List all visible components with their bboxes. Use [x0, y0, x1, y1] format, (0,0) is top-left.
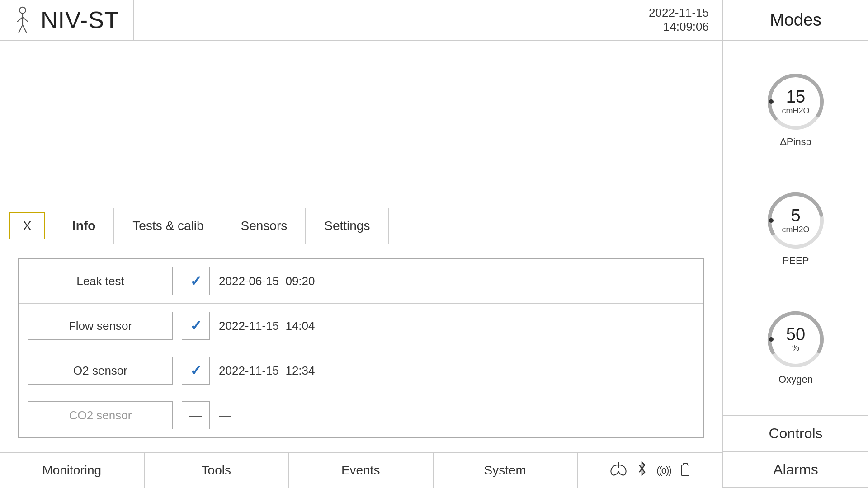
gauge-circle-peep: 5 cmH2O [764, 189, 827, 252]
dash-icon: — [189, 408, 202, 422]
gauge-section: 15 cmH2O ΔPinsp 5 cmH2O [723, 41, 868, 416]
test-datetime-flow-sensor: 2022-11-15 14:04 [219, 319, 315, 333]
table-row: O2 sensor ✓ 2022-11-15 12:34 [19, 348, 703, 393]
nav-events[interactable]: Events [289, 453, 434, 488]
content-area: X Info Tests & calib Sensors Settings Le… [0, 41, 723, 488]
header-date: 2022-11-15 [606, 6, 709, 20]
gauge-dpinsp: 15 cmH2O ΔPinsp [764, 70, 827, 148]
upper-space [0, 41, 722, 208]
bottom-nav: Monitoring Tools Events System ((o) [0, 452, 722, 488]
tab-bar: X Info Tests & calib Sensors Settings [0, 208, 722, 244]
header-time: 14:09:06 [606, 20, 709, 34]
gauge-value-oxygen: 50 % [786, 325, 805, 353]
gauge-label-dpinsp: ΔPinsp [780, 136, 811, 148]
panel: Leak test ✓ 2022-06-15 09:20 Flow sensor [0, 244, 722, 452]
test-datetime-co2-sensor: — [219, 408, 231, 422]
test-status-leak-test: ✓ [182, 267, 210, 295]
gauge-circle-dpinsp: 15 cmH2O [764, 70, 827, 133]
checkmark-icon: ✓ [190, 362, 202, 379]
test-name-o2-sensor[interactable]: O2 sensor [28, 357, 173, 385]
battery-icon [680, 460, 691, 480]
tab-settings[interactable]: Settings [306, 208, 389, 244]
svg-line-5 [23, 25, 27, 33]
nav-system[interactable]: System [434, 453, 578, 488]
alarms-button[interactable]: Alarms [723, 452, 868, 488]
gauge-peep: 5 cmH2O PEEP [764, 189, 827, 267]
tab-info[interactable]: Info [54, 208, 114, 244]
table-row: Leak test ✓ 2022-06-15 09:20 [19, 259, 703, 304]
wifi-icon: ((o)) [656, 465, 671, 476]
gauge-label-peep: PEEP [783, 255, 809, 267]
sidebar: 15 cmH2O ΔPinsp 5 cmH2O [723, 41, 868, 488]
person-icon [14, 6, 32, 33]
test-name-flow-sensor[interactable]: Flow sensor [28, 312, 173, 340]
tests-table: Leak test ✓ 2022-06-15 09:20 Flow sensor [18, 258, 704, 438]
header-modes[interactable]: Modes [723, 0, 868, 40]
nav-monitoring[interactable]: Monitoring [0, 453, 145, 488]
svg-point-13 [769, 218, 774, 223]
svg-line-3 [23, 17, 28, 22]
gauge-circle-oxygen: 50 % [764, 308, 827, 371]
tab-tests-calib[interactable]: Tests & calib [114, 208, 222, 244]
header-title: NIV-ST [41, 6, 119, 33]
tab-sensors[interactable]: Sensors [222, 208, 306, 244]
header-datetime: 2022-11-15 14:09:06 [606, 0, 723, 40]
gauge-label-oxygen: Oxygen [778, 374, 813, 385]
checkmark-icon: ✓ [190, 317, 202, 334]
svg-line-2 [17, 17, 23, 22]
svg-point-0 [19, 7, 26, 14]
test-datetime-leak-test: 2022-06-15 09:20 [219, 274, 315, 288]
test-status-o2-sensor: ✓ [182, 357, 210, 385]
test-status-co2-sensor: — [182, 401, 210, 429]
header: NIV-ST 2022-11-15 14:09:06 Modes [0, 0, 868, 41]
table-row: Flow sensor ✓ 2022-11-15 14:04 [19, 304, 703, 348]
svg-rect-7 [684, 463, 687, 465]
gauge-value-peep: 5 cmH2O [782, 206, 809, 235]
svg-rect-6 [682, 465, 689, 476]
test-name-leak-test[interactable]: Leak test [28, 267, 173, 295]
test-status-flow-sensor: ✓ [182, 312, 210, 340]
svg-point-10 [769, 99, 774, 104]
lungs-icon [609, 460, 627, 480]
test-datetime-o2-sensor: 2022-11-15 12:34 [219, 364, 315, 378]
controls-button[interactable]: Controls [723, 416, 868, 452]
close-tab-button[interactable]: X [9, 212, 45, 239]
nav-tools[interactable]: Tools [145, 453, 289, 488]
header-left: NIV-ST [0, 0, 134, 40]
main: X Info Tests & calib Sensors Settings Le… [0, 41, 868, 488]
gauge-oxygen: 50 % Oxygen [764, 308, 827, 385]
bluetooth-icon [637, 460, 647, 480]
gauge-value-dpinsp: 15 cmH2O [782, 88, 809, 116]
test-name-co2-sensor[interactable]: CO2 sensor [28, 401, 173, 429]
table-row: CO2 sensor — — [19, 393, 703, 437]
bottom-nav-icons: ((o)) [578, 460, 722, 480]
svg-line-4 [19, 25, 23, 33]
checkmark-icon: ✓ [190, 272, 202, 290]
svg-point-16 [769, 337, 774, 342]
